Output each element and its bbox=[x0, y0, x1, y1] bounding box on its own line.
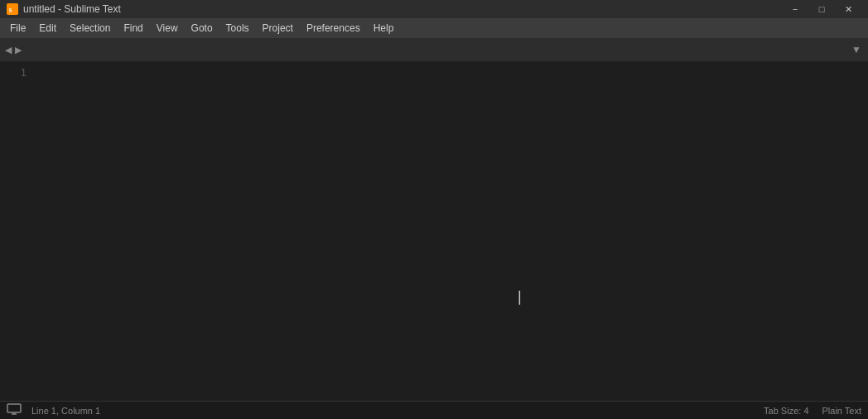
menu-item-help[interactable]: Help bbox=[367, 20, 401, 36]
svg-rect-2 bbox=[7, 404, 21, 412]
menu-item-file[interactable]: File bbox=[3, 20, 32, 36]
tab-dropdown[interactable]: ▼ bbox=[845, 38, 868, 61]
text-cursor: | bbox=[518, 289, 522, 304]
title-text: untitled - Sublime Text bbox=[23, 3, 121, 15]
editor-content[interactable]: | bbox=[33, 61, 868, 401]
status-right: Tab Size: 4 Plain Text bbox=[764, 406, 861, 416]
app-icon: s bbox=[7, 3, 18, 15]
menu-item-find[interactable]: Find bbox=[117, 20, 149, 36]
menu-item-preferences[interactable]: Preferences bbox=[300, 20, 367, 36]
status-bar: Line 1, Column 1 Tab Size: 4 Plain Text bbox=[0, 401, 868, 419]
title-bar: s untitled - Sublime Text − □ ✕ bbox=[0, 0, 868, 18]
title-left: s untitled - Sublime Text bbox=[7, 3, 121, 15]
line-number: 1 bbox=[0, 65, 27, 81]
monitor-icon bbox=[7, 403, 22, 417]
tab-prev-arrow[interactable]: ◀ bbox=[3, 43, 13, 57]
status-left: Line 1, Column 1 bbox=[7, 403, 100, 417]
line-numbers: 1 bbox=[0, 61, 33, 401]
window-controls: − □ ✕ bbox=[782, 0, 861, 18]
close-button[interactable]: ✕ bbox=[835, 0, 861, 18]
menu-item-selection[interactable]: Selection bbox=[63, 20, 117, 36]
menu-item-edit[interactable]: Edit bbox=[32, 20, 63, 36]
menu-item-view[interactable]: View bbox=[150, 20, 185, 36]
menu-item-tools[interactable]: Tools bbox=[219, 20, 256, 36]
maximize-button[interactable]: □ bbox=[808, 0, 835, 18]
menu-bar: FileEditSelectionFindViewGotoToolsProjec… bbox=[0, 18, 868, 38]
syntax-label[interactable]: Plain Text bbox=[822, 406, 862, 416]
tab-bar: ◀ ▶ ▼ bbox=[0, 38, 868, 61]
menu-item-goto[interactable]: Goto bbox=[185, 20, 219, 36]
tab-size[interactable]: Tab Size: 4 bbox=[764, 406, 808, 416]
svg-text:s: s bbox=[9, 5, 12, 14]
editor-container[interactable]: 1 | bbox=[0, 61, 868, 401]
cursor-position[interactable]: Line 1, Column 1 bbox=[31, 406, 100, 416]
menu-item-project[interactable]: Project bbox=[256, 20, 300, 36]
tab-nav: ◀ ▶ bbox=[0, 38, 27, 61]
dropdown-arrow-icon: ▼ bbox=[851, 44, 861, 55]
minimize-button[interactable]: − bbox=[782, 0, 808, 18]
tab-next-arrow[interactable]: ▶ bbox=[13, 43, 23, 57]
